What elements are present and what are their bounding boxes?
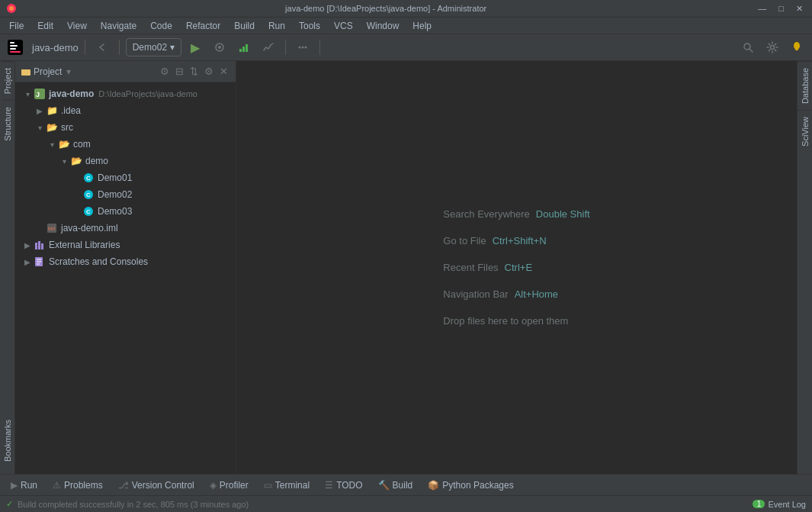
tree-label-demo: demo <box>85 156 108 166</box>
project-icon: J <box>34 89 45 99</box>
terminal-icon: ▭ <box>264 480 272 491</box>
toolbar-separator-3 <box>285 40 286 55</box>
sort-icon[interactable]: ⇅ <box>188 64 200 79</box>
tree-item-idea[interactable]: ▶ 📁 .idea <box>15 102 236 119</box>
project-tree: ▾ J java-demo D:\IdeaProjects\java-demo … <box>15 82 236 474</box>
hint-navbar: Navigation Bar Alt+Home <box>443 288 589 300</box>
intellij-logo-icon <box>8 40 23 55</box>
menu-help[interactable]: Help <box>406 19 438 33</box>
menu-tools[interactable]: Tools <box>293 19 326 33</box>
tree-item-demo02[interactable]: C Demo02 <box>15 186 236 203</box>
title-bar-controls[interactable]: — □ ✕ <box>755 4 806 14</box>
tree-item-demo01[interactable]: C Demo01 <box>15 169 236 186</box>
tree-item-java-demo[interactable]: ▾ J java-demo D:\IdeaProjects\java-demo <box>15 85 236 102</box>
arrow-external: ▶ <box>21 241 34 250</box>
tree-item-src[interactable]: ▾ 📂 src <box>15 119 236 136</box>
menu-vcs[interactable]: VCS <box>328 19 359 33</box>
debug-icon <box>213 41 226 53</box>
menu-window[interactable]: Window <box>361 19 406 33</box>
panel-header-icons: ⚙ ⊟ ⇅ ⚙ ✕ <box>159 64 229 79</box>
sciview-tab[interactable]: SciView <box>798 110 812 153</box>
menu-view[interactable]: View <box>61 19 93 33</box>
tree-item-demo03[interactable]: C Demo03 <box>15 203 236 220</box>
tree-item-com[interactable]: ▾ 📂 com <box>15 136 236 153</box>
close-panel-icon[interactable]: ✕ <box>218 64 229 79</box>
search-everywhere-button[interactable] <box>737 37 759 58</box>
version-control-tab[interactable]: ⎇ Version Control <box>111 476 202 494</box>
more-actions-button[interactable] <box>292 37 313 58</box>
arrow-demo: ▾ <box>58 157 70 166</box>
status-message: Build completed successfully in 2 sec, 8… <box>18 500 249 509</box>
menu-edit[interactable]: Edit <box>31 19 59 33</box>
coverage-button[interactable] <box>233 37 255 58</box>
event-log-badge: 1 <box>753 500 765 508</box>
tree-item-scratches[interactable]: ▶ Scratches and Consoles <box>15 253 236 270</box>
svg-line-16 <box>749 49 753 52</box>
arrow-src: ▾ <box>34 124 46 132</box>
menu-refactor[interactable]: Refactor <box>180 19 226 33</box>
svg-rect-3 <box>10 42 14 43</box>
event-log-button[interactable]: 1 Event Log <box>753 500 806 509</box>
structure-tab-vertical[interactable]: Structure <box>2 100 14 147</box>
gear-icon-panel[interactable]: ⚙ <box>159 64 171 79</box>
profile-icon <box>262 41 274 53</box>
todo-tab[interactable]: ☰ TODO <box>317 476 370 494</box>
toolbar-right <box>737 37 807 58</box>
hint-goto-label: Go to File <box>443 235 486 246</box>
tree-item-external-libraries[interactable]: ▶ External Libraries <box>15 237 236 253</box>
build-tab[interactable]: 🔨 Build <box>371 476 421 494</box>
run-config-button[interactable]: Demo02 ▾ <box>126 38 181 56</box>
menu-build[interactable]: Build <box>228 19 261 33</box>
menu-run[interactable]: Run <box>262 19 291 33</box>
hint-drop-label: Drop files here to open them <box>443 315 568 327</box>
status-success-icon: ✓ <box>6 499 13 509</box>
svg-text:C: C <box>86 175 91 182</box>
editor-hints: Search Everywhere Double Shift Go to Fil… <box>443 208 589 327</box>
project-panel-header: Project ▾ ⚙ ⊟ ⇅ ⚙ ✕ <box>15 61 236 82</box>
project-tab-vertical[interactable]: Project <box>2 61 14 100</box>
tree-item-demo[interactable]: ▾ 📂 demo <box>15 153 236 169</box>
project-panel: Project ▾ ⚙ ⊟ ⇅ ⚙ ✕ ▾ J <box>15 61 236 474</box>
debug-button[interactable] <box>209 37 230 58</box>
menu-navigate[interactable]: Navigate <box>95 19 143 33</box>
title-bar: java-demo [D:\IdeaProjects\java-demo] - … <box>0 0 812 17</box>
svg-text:C: C <box>86 208 91 215</box>
main-content: Project Structure Bookmarks Project ▾ ⚙ … <box>0 61 812 474</box>
toolbar-separator-2 <box>119 40 120 55</box>
hint-goto: Go to File Ctrl+Shift+N <box>443 235 589 246</box>
collapse-all-icon[interactable]: ⊟ <box>174 64 185 79</box>
profiler-tab[interactable]: ◈ Profiler <box>202 476 256 494</box>
nav-back-button[interactable] <box>91 37 113 58</box>
bookmarks-tab-vertical[interactable]: Bookmarks <box>2 407 14 474</box>
event-log-label: Event Log <box>768 500 806 509</box>
menu-code[interactable]: Code <box>144 19 178 33</box>
settings-button[interactable] <box>762 37 783 58</box>
hint-goto-shortcut: Ctrl+Shift+N <box>493 235 547 246</box>
ide-features-button[interactable] <box>786 37 807 58</box>
maximize-button[interactable]: □ <box>775 4 787 13</box>
minimize-button[interactable]: — <box>755 4 769 13</box>
project-dropdown-icon[interactable]: ▾ <box>66 66 71 77</box>
hint-navbar-shortcut: Alt+Home <box>515 288 558 300</box>
tree-label-java-demo: java-demo <box>49 89 94 99</box>
back-icon <box>96 41 108 53</box>
svg-rect-33 <box>38 241 40 250</box>
hint-navbar-label: Navigation Bar <box>443 288 508 300</box>
problems-tab[interactable]: ⚠ Problems <box>45 476 111 494</box>
terminal-tab[interactable]: ▭ Terminal <box>256 476 317 494</box>
tree-item-iml[interactable]: iml java-demo.iml <box>15 220 236 237</box>
search-icon <box>742 41 754 53</box>
run-tab-label: Run <box>21 480 37 491</box>
python-packages-tab[interactable]: 📦 Python Packages <box>420 476 521 494</box>
arrow-scratches: ▶ <box>21 258 34 266</box>
run-tab[interactable]: ▶ Run <box>3 476 45 494</box>
database-tab[interactable]: Database <box>798 61 812 110</box>
close-button[interactable]: ✕ <box>793 4 806 14</box>
tree-label-demo02: Demo02 <box>98 189 132 200</box>
menu-file[interactable]: File <box>3 19 30 33</box>
run-button[interactable]: ▶ <box>185 37 206 58</box>
profile-button[interactable] <box>258 37 279 58</box>
svg-point-18 <box>794 42 800 50</box>
settings-icon-panel[interactable]: ⚙ <box>203 64 215 79</box>
todo-tab-label: TODO <box>336 480 362 491</box>
